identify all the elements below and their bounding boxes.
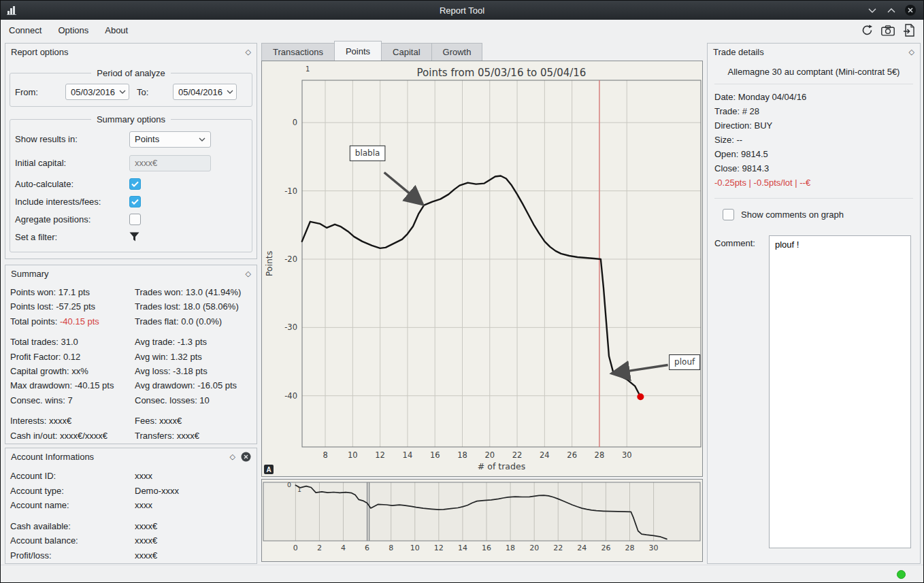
svg-text:# of trades: # of trades [478,461,525,471]
show-results-label: Show results in: [15,134,129,144]
svg-text:8: 8 [323,450,327,460]
trade-direction: Direction: BUY [708,118,920,133]
svg-text:0: 0 [287,481,291,488]
svg-text:28: 28 [595,450,605,460]
from-label: From: [15,87,65,97]
maximize-icon[interactable] [885,4,897,16]
float-panel-icon[interactable]: ◇ [909,48,914,56]
close-icon[interactable] [904,4,917,16]
summary-row: Cash in/out: xxxx€/xxxx€Transfers: xxxx€ [5,429,257,443]
titlebar[interactable]: Report Tool [1,1,923,20]
summary-row: Capital growth: xx%Avg loss: -3.18 pts [5,364,257,378]
refresh-icon[interactable] [859,22,875,39]
trade-size: Size: -- [708,133,920,147]
summary-row: Consec. wins: 7Consec. losses: 10 [5,393,257,407]
svg-text:30: 30 [649,544,659,552]
from-date-select[interactable]: 05/03/2016 [65,84,129,100]
svg-text:-10: -10 [284,186,297,196]
svg-text:16: 16 [482,544,491,552]
float-panel-icon[interactable]: ◇ [246,270,251,278]
account-info-header: Account Informations ◇ [5,448,257,465]
float-panel-icon[interactable]: ◇ [230,453,235,461]
summary-row: Total trades: 31.0Avg trade: -1.3 pts [5,335,257,349]
svg-text:12: 12 [375,450,385,460]
shade-icon[interactable] [866,4,878,16]
trade-details-panel: Trade details ◇ Allemagne 30 au comptant… [707,43,921,564]
svg-text:20: 20 [484,450,495,460]
account-row: Account name:xxxx [5,498,257,513]
points-chart-svg[interactable]: 810121416182022242628300-10-20-30-40blab… [262,61,702,476]
panel-title: Account Informations [11,452,225,462]
tab-capital[interactable]: Capital [381,43,431,61]
svg-text:12: 12 [434,544,444,552]
summary-row: Points lost: -57.25 ptsTrades lost: 18.0… [5,299,257,314]
camera-icon[interactable] [880,22,896,39]
menu-about[interactable]: About [97,22,136,39]
svg-text:-20: -20 [284,254,297,264]
svg-text:30: 30 [622,450,632,460]
menu-connect[interactable]: Connect [1,22,50,39]
tab-transactions[interactable]: Transactions [261,43,335,61]
report-options-header: Report options ◇ [5,44,257,60]
panel-title: Summary [11,269,240,279]
anchor-badge[interactable]: A [264,465,274,474]
show-comments-checkbox[interactable] [723,209,734,220]
float-panel-icon[interactable]: ◇ [246,48,251,56]
include-fees-label: Include interests/fees: [15,197,129,207]
summary-row: Points won: 17.1 ptsTrades won: 13.0 (41… [5,285,257,299]
svg-text:22: 22 [553,544,563,552]
tab-growth[interactable]: Growth [431,43,483,61]
aggregate-checkbox[interactable] [129,214,141,225]
comment-label: Comment: [714,235,762,248]
initial-capital-input[interactable] [129,155,211,171]
svg-text:0: 0 [293,118,297,127]
panel-title: Report options [11,47,240,57]
panel-title: Trade details [713,47,904,57]
auto-calculate-checkbox[interactable] [129,178,141,190]
filter-icon[interactable] [129,232,247,241]
svg-text:16: 16 [430,450,440,460]
tab-points[interactable]: Points [334,41,382,61]
initial-capital-label: Initial capital: [15,158,129,168]
separator [714,198,913,199]
account-info-panel: Account Informations ◇ Account ID:xxxx A… [5,448,257,564]
trade-result: -0.25pts | -0.5pts/lot | --€ [708,176,920,190]
svg-text:10: 10 [348,450,358,460]
app-icon [6,5,17,16]
include-fees-checkbox[interactable] [129,196,141,207]
svg-text:14: 14 [458,544,467,552]
to-date-value: 05/04/2016 [178,87,222,97]
points-chart[interactable]: 810121416182022242628300-10-20-30-40blab… [261,61,703,477]
svg-text:14: 14 [403,450,413,460]
account-row: Cash available:xxxx€ [5,519,257,534]
trade-date: Date: Monday 04/04/16 [708,90,920,104]
svg-text:24: 24 [540,450,550,460]
svg-text:24: 24 [577,544,587,552]
svg-text:2: 2 [317,544,322,552]
svg-text:blabla: blabla [355,148,380,158]
account-row: Account ID:xxxx [5,469,257,484]
account-row: Account balance:xxxx€ [5,533,257,548]
overview-chart[interactable]: 02468101214161820222426283001 [261,479,703,562]
menu-options[interactable]: Options [50,22,97,39]
show-results-value: Points [135,134,159,144]
to-date-select[interactable]: 05/04/2016 [173,84,237,100]
svg-text:plouf: plouf [674,357,695,367]
summary-options-fieldset: Summary options Show results in: Points … [10,114,252,252]
overview-chart-svg[interactable]: 02468101214161820222426283001 [262,480,702,561]
aggregate-label: Agregate positions: [15,214,129,224]
svg-text:22: 22 [512,450,523,460]
show-results-select[interactable]: Points [129,131,211,148]
svg-text:0: 0 [293,544,298,552]
to-label: To: [129,87,173,97]
summary-row: Max drawdown: -40.15 ptsAvg drawdown: -1… [5,378,257,393]
svg-text:6: 6 [365,544,369,552]
export-icon[interactable] [901,22,917,39]
panel-close-icon[interactable] [241,452,251,462]
summary-options-legend: Summary options [91,114,171,124]
summary-header: Summary ◇ [5,265,257,282]
account-row: Profit/loss:xxxx€ [5,548,257,563]
comment-textarea[interactable]: plouf ! [769,235,911,548]
total-points-value: -40.15 pts [60,316,99,327]
trade-close: Close: 9814.3 [708,161,920,176]
